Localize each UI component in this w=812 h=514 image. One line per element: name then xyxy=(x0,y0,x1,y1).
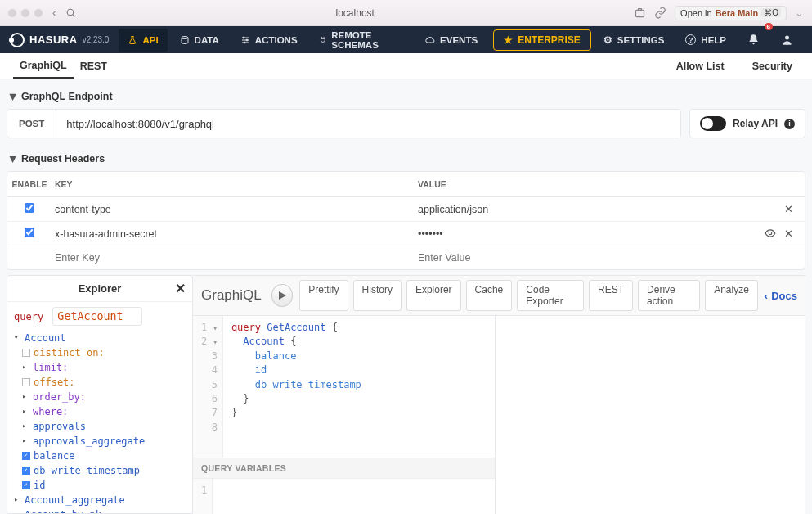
remove-icon[interactable]: ✕ xyxy=(784,228,793,240)
main-nav: HASURA v2.23.0 API DATA ACTIONS REMOTE S… xyxy=(0,26,812,53)
notif-count: 6 xyxy=(765,23,773,30)
header-key[interactable]: x-hasura-admin-secret xyxy=(52,228,411,240)
tab-graphiql[interactable]: GraphiQL xyxy=(13,53,74,79)
chevron-down-icon: ▶ xyxy=(9,93,18,100)
endpoint-section-header[interactable]: ▶ GraphQL Endpoint xyxy=(7,86,805,109)
operation-name-input[interactable] xyxy=(52,307,142,326)
nav-data[interactable]: DATA xyxy=(171,29,228,52)
nav-label: REMOTE SCHEMAS xyxy=(331,30,404,50)
query-editor[interactable]: 1 ▾2 ▾3 4 5 6 7 8 query GetAccount { Acc… xyxy=(193,316,496,514)
execute-button[interactable] xyxy=(271,284,294,307)
url-display[interactable]: localhost xyxy=(86,7,624,19)
explorer-arg[interactable]: ▸order_by: xyxy=(14,390,186,404)
enterprise-button[interactable]: ★ ENTERPRISE xyxy=(493,29,591,51)
explorer-arg[interactable]: ▸where: xyxy=(14,404,186,419)
docs-button[interactable]: ‹ Docs xyxy=(765,290,797,302)
section-title: GraphQL Endpoint xyxy=(21,91,113,102)
svg-point-9 xyxy=(244,42,245,43)
graphiql-toolbar: GraphiQL PrettifyHistoryExplorerCacheCod… xyxy=(193,276,805,316)
explorer-arg[interactable]: ▸limit: xyxy=(14,360,186,375)
notifications-button[interactable]: 6 xyxy=(738,27,769,52)
enable-checkbox[interactable] xyxy=(25,203,34,213)
enable-checkbox[interactable] xyxy=(25,228,34,237)
nav-label: HELP xyxy=(701,35,726,45)
header-value[interactable]: application/json xyxy=(411,204,756,215)
toolbar-derive-action[interactable]: Derive action xyxy=(638,280,700,311)
svg-point-7 xyxy=(243,37,244,38)
query-variables-title[interactable]: QUERY VARIABLES xyxy=(193,458,495,479)
open-in-app[interactable]: Open in Bera Main ⌘O xyxy=(675,6,787,20)
endpoint-url-input[interactable] xyxy=(56,110,680,138)
nav-remote-schemas[interactable]: REMOTE SCHEMAS xyxy=(310,24,414,56)
version-label: v2.23.0 xyxy=(83,35,110,44)
brand-logo[interactable]: HASURA xyxy=(10,33,78,47)
open-in-appname: Bera Main xyxy=(716,8,759,18)
toolbar-explorer[interactable]: Explorer xyxy=(406,280,461,311)
explorer-field-selected[interactable]: balance xyxy=(14,449,186,463)
col-enable: ENABLE xyxy=(7,179,52,189)
nav-label: DATA xyxy=(195,35,219,45)
explorer-field-selected[interactable]: id xyxy=(14,478,186,493)
toolbar-rest[interactable]: REST xyxy=(589,280,633,311)
variables-editor[interactable] xyxy=(213,479,235,514)
explorer-type[interactable]: ▸Account_aggregate xyxy=(14,493,186,507)
toolbar-prettify[interactable]: Prettify xyxy=(299,280,348,311)
toolbar-history[interactable]: History xyxy=(353,280,402,311)
user-menu[interactable] xyxy=(772,27,802,52)
explorer-field[interactable]: ▸approvals xyxy=(14,419,186,434)
explorer-field-selected[interactable]: db_write_timestamp xyxy=(14,463,186,478)
tab-rest[interactable]: REST xyxy=(74,53,114,79)
nav-settings[interactable]: ⚙ SETTINGS xyxy=(594,28,674,52)
new-key-input[interactable] xyxy=(55,252,411,264)
relay-label: Relay API xyxy=(733,118,778,129)
docs-label: Docs xyxy=(771,290,797,302)
relay-toggle[interactable] xyxy=(700,116,726,131)
toolbar-analyze[interactable]: Analyze xyxy=(705,280,758,311)
sliders-icon xyxy=(240,35,250,45)
security-link[interactable]: Security xyxy=(746,61,799,72)
svg-rect-2 xyxy=(636,10,644,16)
sub-nav: GraphiQL REST Allow List Security xyxy=(0,53,812,79)
explorer-field[interactable]: ▸approvals_aggregate xyxy=(14,434,186,449)
eye-icon[interactable] xyxy=(765,228,776,240)
headers-section-header[interactable]: ▶ Request Headers xyxy=(7,148,805,171)
col-key: KEY xyxy=(52,179,411,189)
nav-actions[interactable]: ACTIONS xyxy=(231,29,307,52)
close-icon[interactable]: ✕ xyxy=(175,281,186,296)
remove-icon[interactable]: ✕ xyxy=(784,203,793,215)
browser-chrome: ‹ localhost Open in Bera Main ⌘O ⌄ xyxy=(0,0,812,26)
back-icon[interactable]: ‹ xyxy=(52,7,56,19)
svg-point-8 xyxy=(246,39,248,41)
gear-icon: ⚙ xyxy=(603,34,612,46)
type-label: Account xyxy=(25,331,66,345)
explorer-arg[interactable]: distinct_on: xyxy=(14,345,186,360)
extension-icon[interactable] xyxy=(634,7,646,19)
header-key[interactable]: content-type xyxy=(52,204,411,215)
chevron-down-icon: ▶ xyxy=(9,156,18,162)
link-label: Security xyxy=(752,61,792,72)
user-icon xyxy=(781,34,793,46)
svg-line-1 xyxy=(73,15,74,16)
explorer-type[interactable]: ▸Account_by_pk xyxy=(14,507,186,513)
toolbar-cache[interactable]: Cache xyxy=(466,280,513,311)
chevron-down-icon[interactable]: ⌄ xyxy=(795,7,804,19)
close-window-icon[interactable] xyxy=(8,9,16,17)
info-icon[interactable]: i xyxy=(784,119,795,129)
nav-api[interactable]: API xyxy=(119,29,167,52)
query-keyword: query xyxy=(14,311,43,322)
star-icon: ★ xyxy=(504,34,513,46)
chevron-left-icon: ‹ xyxy=(765,290,768,302)
explorer-arg[interactable]: offset: xyxy=(14,375,186,390)
zoom-window-icon[interactable] xyxy=(34,9,43,17)
new-value-input[interactable] xyxy=(418,252,756,264)
nav-help[interactable]: ? HELP xyxy=(676,28,735,52)
header-value[interactable]: ••••••• xyxy=(411,228,756,240)
allow-list-link[interactable]: Allow List xyxy=(670,61,731,72)
nav-events[interactable]: EVENTS xyxy=(416,29,487,52)
graphiql-panel: GraphiQL PrettifyHistoryExplorerCacheCod… xyxy=(193,275,805,514)
toolbar-code-exporter[interactable]: Code Exporter xyxy=(517,280,584,311)
explorer-type-account[interactable]: ▾Account xyxy=(14,331,186,345)
minimize-window-icon[interactable] xyxy=(21,9,29,17)
link-icon[interactable] xyxy=(654,7,666,19)
search-icon[interactable] xyxy=(65,7,76,18)
